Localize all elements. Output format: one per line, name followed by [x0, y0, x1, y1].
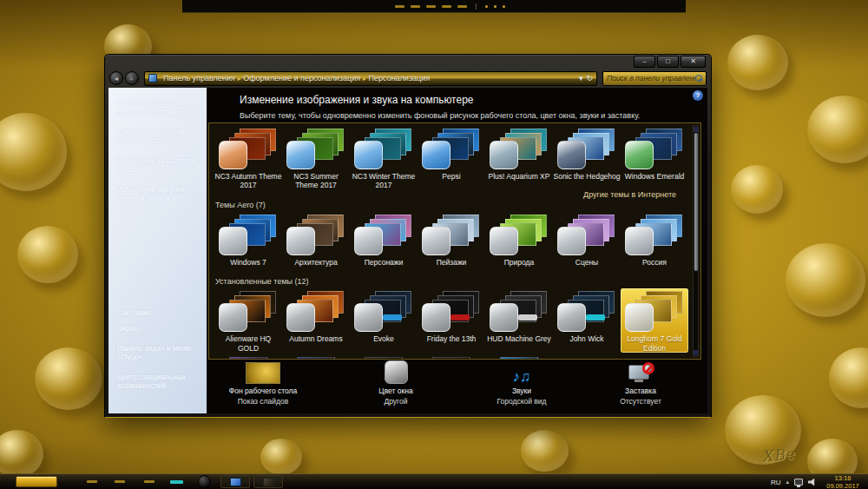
language-indicator[interactable]: RU: [771, 479, 781, 486]
quicklaunch-item[interactable]: [115, 480, 125, 483]
theme-tile[interactable]: Pepsi: [418, 126, 485, 189]
online-themes-link[interactable]: Другие темы в Интернете: [214, 190, 676, 199]
theme-tile[interactable]: Alienware HQ GOLD: [214, 288, 282, 352]
taskbar-window-button[interactable]: [253, 475, 283, 488]
sidebar-item[interactable]: Изменение значков рабочего стола: [117, 127, 200, 145]
address-bar[interactable]: Панель управления▸Оформление и персонали…: [144, 71, 597, 86]
theme-label: Архитектура: [282, 258, 350, 275]
speaker-icon[interactable]: [808, 479, 816, 486]
clock[interactable]: 13:16 09.09.2017: [821, 474, 865, 489]
sidebar-item[interactable]: Изменение рисунка учетной записи: [117, 185, 200, 203]
maximize-button[interactable]: □: [657, 56, 679, 68]
footer-item-title: Цвет окна: [335, 386, 457, 396]
theme-label: Friday the 13th: [418, 334, 485, 352]
taskbar-orb-icon[interactable]: [198, 475, 211, 488]
theme-label: Evoke: [350, 334, 418, 352]
theme-tile[interactable]: NC3 Autumn Theme 2017: [214, 126, 282, 189]
theme-tile[interactable]: Windows 7: [214, 212, 282, 275]
search-icon: [695, 75, 702, 82]
theme-tile[interactable]: Россия: [621, 212, 688, 275]
theme-thumbnail: [214, 214, 282, 257]
theme-badge-icon: [586, 314, 605, 320]
footer-item-value: Городской вид: [461, 396, 582, 406]
theme-tile[interactable]: Природа: [485, 212, 553, 275]
glass-square-icon: [490, 227, 518, 255]
theme-thumbnail: [418, 290, 485, 334]
theme-tile[interactable]: Sonic the Hedgehog: [553, 126, 621, 189]
theme-thumbnail: [621, 214, 688, 257]
breadcrumb-item[interactable]: Оформление и персонализация: [240, 74, 363, 83]
sidebar-see-also: См. также ЭкранПанель задач и меню «Пуск…: [117, 308, 200, 401]
sidebar-item[interactable]: Изменение указателей мыши: [117, 156, 200, 175]
forward-button[interactable]: ►: [125, 71, 139, 85]
theme-tile[interactable]: Evoke: [350, 288, 418, 352]
theme-tile[interactable]: Пейзажи: [418, 212, 485, 275]
theme-label: Россия: [621, 258, 688, 275]
theme-tile[interactable]: Plus! Aquarium XP: [485, 126, 553, 189]
quicklaunch-item[interactable]: [87, 480, 97, 483]
scroll-down-icon[interactable]: [694, 350, 698, 355]
sidebar-item[interactable]: Экран: [117, 324, 200, 334]
quicklaunch-item[interactable]: [170, 480, 183, 484]
theme-tile[interactable]: Персонажи: [350, 212, 418, 275]
theme-tile[interactable]: Friday the 13th: [418, 288, 485, 352]
theme-badge-icon: [450, 314, 470, 320]
theme-tile[interactable]: Windows Emerald: [621, 126, 688, 189]
scrollbar[interactable]: [693, 125, 699, 357]
help-icon[interactable]: ?: [693, 90, 703, 101]
theme-tile[interactable]: HUD Machine Grey: [485, 288, 553, 352]
theme-tile[interactable]: Архитектура: [282, 212, 350, 275]
footer-item-window-color[interactable]: Цвет окнаДругой: [335, 358, 457, 407]
theme-thumbnail: [350, 214, 418, 257]
theme-thumbnail: [282, 290, 350, 334]
glass-square-icon: [354, 303, 383, 332]
theme-thumbnail: [350, 290, 418, 334]
wallpaper-droplet: [727, 35, 788, 90]
scroll-up-icon[interactable]: [694, 127, 698, 132]
glass-square-icon: [490, 141, 518, 169]
refresh-icon[interactable]: ↻: [586, 74, 593, 83]
theme-tile[interactable]: Longhorn 7 Gold Edition: [621, 288, 688, 352]
sidebar-item[interactable]: Панель управления — домашняя страница: [117, 98, 200, 116]
search-input[interactable]: [607, 74, 695, 83]
footer-item-value: Показ слайдов: [202, 396, 324, 406]
theme-thumbnail: [553, 214, 621, 257]
scrollbar-thumb[interactable]: [694, 133, 698, 271]
breadcrumb-item[interactable]: Персонализация: [366, 74, 433, 83]
back-button[interactable]: ◄: [109, 71, 123, 85]
search-box[interactable]: [602, 71, 707, 86]
control-panel-icon: [148, 74, 157, 83]
close-button[interactable]: ✕: [681, 56, 706, 68]
wallpaper-droplet: [35, 347, 102, 410]
breadcrumb: Панель управления▸Оформление и персонали…: [161, 74, 432, 83]
footer-item-desktop-background[interactable]: Фон рабочего столаПоказ слайдов: [202, 358, 324, 407]
taskbar-window-button[interactable]: [220, 475, 250, 488]
start-button[interactable]: [16, 476, 57, 487]
theme-tile[interactable]: Сцены: [553, 212, 621, 275]
sidebar-see-also-items: ЭкранПанель задач и меню «Пуск»Центр спе…: [117, 324, 200, 391]
breadcrumb-item[interactable]: Панель управления: [161, 74, 238, 83]
main-content: ? Изменение изображения и звука на компь…: [207, 88, 707, 413]
theme-list: NC3 Autumn Theme 2017NC3 Summer Theme 20…: [214, 126, 687, 360]
sidebar: Панель управления — домашняя страницаИзм…: [108, 88, 207, 413]
theme-tile[interactable]: NC3 Summer Theme 2017: [282, 126, 350, 189]
quicklaunch-item[interactable]: [144, 480, 155, 483]
minimize-button[interactable]: –: [634, 56, 655, 68]
theme-label: NC3 Autumn Theme 2017: [214, 172, 282, 189]
network-icon[interactable]: [794, 479, 803, 486]
theme-thumbnail: [621, 290, 688, 334]
theme-tile[interactable]: Autumn Dreams: [282, 288, 350, 352]
wallpaper-droplet: [731, 165, 783, 214]
chevron-down-icon[interactable]: ▾: [579, 74, 583, 83]
footer-item-screensaver[interactable]: ЗаставкаОтсутствует: [580, 358, 701, 407]
glass-square-icon: [557, 303, 586, 332]
screensaver-icon: [628, 363, 653, 384]
sidebar-item[interactable]: Центр специальных возможностей: [117, 373, 200, 391]
footer-item-sounds[interactable]: ♪♫ЗвукиГородской вид: [461, 358, 582, 407]
hidden-icons-arrow[interactable]: ▴: [786, 479, 789, 486]
theme-tile[interactable]: John Wick: [553, 288, 621, 352]
sidebar-item[interactable]: Панель задач и меню «Пуск»: [117, 344, 200, 362]
personalization-window: – □ ✕ ◄ ► Панель управления▸Оформление и…: [104, 54, 712, 418]
theme-tile[interactable]: NC3 Winter Theme 2017: [350, 126, 418, 189]
theme-label: Windows 7: [214, 258, 282, 275]
